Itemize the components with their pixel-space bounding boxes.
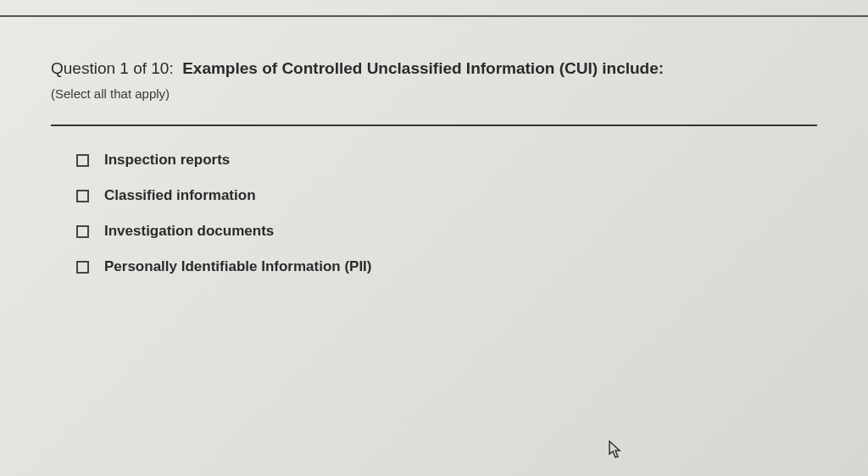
question-text: Examples of Controlled Unclassified Info…: [182, 59, 664, 77]
cursor-icon: [609, 440, 622, 459]
checkbox-option-0[interactable]: [76, 154, 89, 167]
checkbox-option-3[interactable]: [76, 261, 89, 274]
question-container: Question 1 of 10: Examples of Controlled…: [0, 0, 868, 328]
question-instruction: (Select all that apply): [51, 86, 817, 101]
option-label: Personally Identifiable Information (PII…: [104, 258, 372, 275]
option-row: Inspection reports: [76, 152, 817, 169]
option-label: Inspection reports: [104, 152, 230, 169]
options-list: Inspection reports Classified informatio…: [51, 152, 817, 275]
option-row: Personally Identifiable Information (PII…: [76, 258, 817, 275]
question-number: Question 1 of 10:: [51, 59, 174, 77]
option-row: Investigation documents: [76, 223, 817, 240]
option-label: Classified information: [104, 187, 256, 204]
checkbox-option-2[interactable]: [76, 225, 89, 238]
header-divider: [51, 125, 817, 126]
option-row: Classified information: [76, 187, 817, 204]
checkbox-option-1[interactable]: [76, 190, 89, 202]
top-divider: [0, 15, 868, 17]
question-header: Question 1 of 10: Examples of Controlled…: [51, 59, 817, 78]
option-label: Investigation documents: [104, 223, 274, 240]
